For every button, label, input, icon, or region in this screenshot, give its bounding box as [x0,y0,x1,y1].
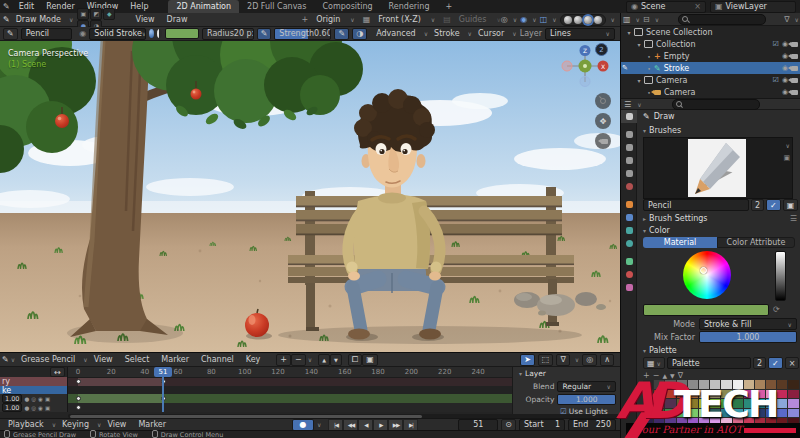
outliner-filter-icon[interactable]: ∇ [784,15,789,24]
workspace-tab-compositing[interactable]: Compositing [314,0,380,13]
viewport-menu-view[interactable]: View [130,15,161,24]
palette-swatch[interactable] [688,399,698,408]
palette-swatch[interactable] [788,428,798,437]
jump-to-end-button[interactable]: ▶| [403,419,418,431]
brush-preview-box[interactable]: ∨ ▣ [643,137,793,199]
stroke-style-dropdown[interactable]: Solid Stroke∨ [89,28,146,40]
palette-swatch[interactable] [688,428,698,437]
delete-key-button[interactable]: − [291,354,306,366]
expand-caret-icon[interactable]: ▾ [635,41,643,48]
palette-swatch[interactable] [699,409,709,418]
channel-summary[interactable]: ry [0,377,68,386]
palette-swatch[interactable] [643,418,653,427]
palette-swatch[interactable] [721,418,731,427]
dopesheet-menu-marker[interactable]: Marker [155,355,195,364]
palette-grid[interactable] [643,380,800,438]
properties-tab-tool[interactable] [621,110,637,123]
palette-swatch[interactable] [733,390,743,399]
palette-swatch[interactable] [744,428,754,437]
palette-swatch[interactable] [755,418,765,427]
proportional-edit-icon[interactable]: ◎ [582,354,597,366]
track-lines[interactable] [68,394,512,403]
palette-swatch[interactable] [710,428,720,437]
palette-swatch[interactable] [788,409,798,418]
palette-swatch[interactable] [755,428,765,437]
playback-menu-view[interactable]: View [101,420,132,429]
playback-menu-playback[interactable]: Playback [2,420,50,429]
palette-swatch[interactable] [744,399,754,408]
playback-menu-keying[interactable]: Keying [56,420,95,429]
channel-object-stroke[interactable]: ke [0,386,68,394]
palette-swatch[interactable] [665,380,675,389]
palette-swatch[interactable] [710,418,720,427]
palette-swatch[interactable] [766,428,776,437]
palette-swatch[interactable] [744,418,754,427]
palette-swatch[interactable] [788,380,798,389]
topbar-menu-render[interactable]: Render [40,2,80,11]
palette-swatch[interactable] [777,380,787,389]
palette-fake-user-icon[interactable]: ✓ [768,357,783,369]
palette-swatch[interactable] [733,409,743,418]
palette-swatch[interactable] [654,390,664,399]
palette-browse-icon[interactable]: ▦∨ [643,357,665,369]
outliner-row-scene-collection[interactable]: ▾Scene Collection [621,26,800,38]
palette-swatch[interactable] [677,390,687,399]
scene-selector[interactable]: ◉ Scene × [626,1,706,13]
playback-menu-marker[interactable]: Marker [132,420,172,429]
palette-swatch[interactable] [766,390,776,399]
opacity-slider[interactable]: 1.000 [557,394,616,405]
brushes-panel-header[interactable]: ▾Brushes [641,126,681,135]
guides-dropdown[interactable]: Guides [453,15,493,24]
preview-image-icon[interactable]: ▣ [783,154,790,162]
disable-render-camera-icon[interactable] [791,78,798,83]
zoom-button[interactable] [595,93,611,109]
palette-swatch[interactable] [755,399,765,408]
layer-dropdown[interactable]: Lines∨ [545,28,615,40]
palette-swatch[interactable] [643,428,653,437]
track-object[interactable] [68,386,512,394]
palette-swatch[interactable] [665,418,675,427]
palette-swatch[interactable] [733,428,743,437]
current-color-bar[interactable] [643,304,769,316]
viewport-menu-draw[interactable]: Draw [161,15,194,24]
xray-toggle[interactable]: ◫ [540,15,548,24]
brush-settings-panel-header[interactable]: ▸Brush Settings ☰ [641,214,797,223]
outliner-row-stroke[interactable]: ✎•✎Stroke◉ [621,62,800,74]
disable-render-camera-icon[interactable] [791,90,798,95]
properties-tab-world[interactable] [621,180,637,193]
expand-caret-icon[interactable]: ▾ [625,29,633,36]
dopesheet-menu-channel[interactable]: Channel [195,355,240,364]
outliner-row-camera[interactable]: ▾Camera☑◉ [621,74,800,86]
jump-to-start-button[interactable]: |◀ [328,419,343,431]
palette-swatch[interactable] [643,409,653,418]
panel-menu-icon[interactable]: ☰ [790,214,797,223]
material-preview-icon[interactable] [149,29,154,38]
properties-tab-physics[interactable] [621,237,637,250]
palette-swatch[interactable] [677,409,687,418]
disable-render-camera-icon[interactable] [791,42,798,47]
palette-swatch[interactable] [755,380,765,389]
current-frame-chip[interactable]: 51 [154,367,172,377]
disable-render-camera-icon[interactable] [791,66,798,71]
strength-pressure-icon[interactable]: ✎ [334,28,349,40]
frame-counter-field[interactable]: 51 [458,419,498,431]
palette-swatch[interactable] [766,399,776,408]
palette-swatch[interactable] [677,428,687,437]
properties-tab-particles[interactable] [621,224,637,237]
track-fills[interactable] [68,403,512,412]
palette-swatch[interactable] [665,409,675,418]
brush-users-count[interactable]: 2 [751,199,764,211]
dopesheet-menu-view[interactable]: View [88,355,119,364]
blend-dropdown[interactable]: Regular∨ [557,381,616,392]
palette-swatch[interactable] [755,409,765,418]
palette-users-count[interactable]: 2 [753,357,766,369]
palette-swatch[interactable] [721,380,731,389]
transform-origin-dropdown[interactable]: Origin [310,15,346,24]
copy-keyframes-button[interactable]: ⧠ [348,354,362,366]
palette-swatch[interactable] [654,409,664,418]
palette-swatch[interactable] [699,428,709,437]
tab-material[interactable]: Material [643,237,717,248]
fake-user-shield-icon[interactable]: ✓ [766,199,781,211]
use-lights-checkbox[interactable]: ☑ [560,407,567,416]
properties-tab-view-layer[interactable] [621,154,637,167]
